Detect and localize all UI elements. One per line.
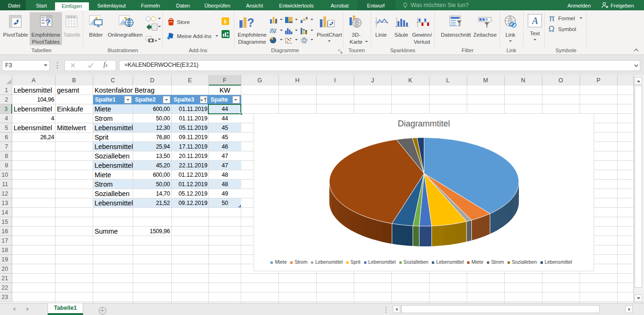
svg-text:?: ? — [247, 16, 254, 28]
svg-text:b: b — [224, 18, 227, 25]
svg-text:?: ? — [45, 17, 51, 27]
